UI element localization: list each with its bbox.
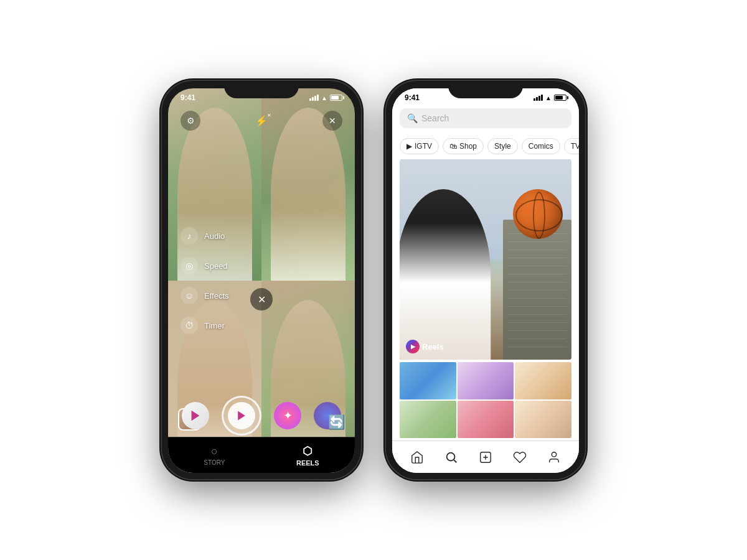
close-button[interactable]: ✕ bbox=[322, 111, 342, 131]
settings-button[interactable]: ⚙ bbox=[181, 111, 200, 131]
grid-thumb-4[interactable] bbox=[400, 401, 456, 438]
person-silhouette bbox=[400, 189, 491, 360]
flash-button[interactable]: ⚡ ✕ bbox=[255, 115, 268, 127]
signal-icon-right bbox=[533, 95, 543, 101]
grid-thumb-1[interactable] bbox=[400, 362, 456, 399]
filter-tabs: ▶ IGTV 🛍 Shop Style Comics TV & Movie bbox=[392, 133, 579, 159]
search-input-wrap[interactable]: 🔍 Search bbox=[400, 108, 571, 128]
shop-chip[interactable]: 🛍 Shop bbox=[443, 138, 484, 154]
search-nav-button[interactable] bbox=[440, 446, 463, 469]
flash-icon: ⚡ bbox=[255, 116, 268, 126]
capture-button[interactable] bbox=[222, 396, 261, 436]
signal-icon bbox=[309, 95, 319, 101]
basketball bbox=[513, 189, 563, 239]
time-right: 9:41 bbox=[405, 93, 420, 102]
add-nav-button[interactable] bbox=[474, 446, 497, 469]
igtv-label: IGTV bbox=[415, 142, 432, 151]
explore-screen: 9:41 ▲ 🔍 Se bbox=[392, 88, 579, 473]
timer-menu-item[interactable]: ⏱ Timer bbox=[181, 317, 229, 334]
timer-label: Timer bbox=[204, 321, 225, 330]
status-icons-right: ▲ bbox=[533, 95, 566, 101]
search-placeholder: Search bbox=[421, 113, 449, 123]
home-nav-button[interactable] bbox=[406, 446, 428, 469]
story-label: STORY bbox=[204, 459, 225, 466]
flash-x-icon: ✕ bbox=[267, 113, 271, 118]
gear-icon: ⚙ bbox=[187, 116, 195, 126]
left-phone: 9:41 ▲ ⚙ ⚡ ✕ bbox=[162, 81, 361, 479]
grid-thumb-2[interactable] bbox=[458, 362, 514, 399]
speed-icon: ◎ bbox=[181, 257, 198, 274]
status-icons-left: ▲ bbox=[309, 95, 342, 101]
close-icon: ✕ bbox=[329, 116, 336, 126]
tv-movies-label: TV & Movie bbox=[571, 142, 579, 151]
bottom-nav-bar bbox=[392, 441, 579, 473]
igtv-chip[interactable]: ▶ IGTV bbox=[400, 138, 439, 154]
svg-line-3 bbox=[454, 460, 456, 462]
effects-icon: ☺ bbox=[181, 287, 198, 304]
story-icon: ○ bbox=[211, 445, 218, 458]
comics-chip[interactable]: Comics bbox=[522, 138, 560, 154]
story-tab[interactable]: ○ STORY bbox=[204, 445, 225, 466]
reels-side-menu: ♪ Audio ◎ Speed ☺ Effects ⏱ Timer bbox=[181, 227, 229, 334]
reels-top-bar: ⚙ ⚡ ✕ ✕ bbox=[168, 106, 355, 136]
battery-icon bbox=[330, 95, 342, 101]
igtv-icon: ▶ bbox=[406, 142, 412, 151]
hero-background bbox=[400, 159, 571, 360]
heart-nav-button[interactable] bbox=[509, 446, 531, 469]
speed-label: Speed bbox=[204, 261, 228, 271]
flip-icon: 🔄 bbox=[328, 414, 345, 430]
svg-point-2 bbox=[446, 452, 454, 460]
x-icon: ✕ bbox=[258, 294, 266, 306]
reels-badge-icon: ▶ bbox=[406, 340, 420, 353]
speed-menu-item[interactable]: ◎ Speed bbox=[181, 257, 229, 274]
comics-label: Comics bbox=[529, 142, 553, 151]
reels-capture-bar: ✦ bbox=[168, 396, 355, 436]
status-bar-right: 9:41 ▲ bbox=[392, 88, 579, 105]
left-phone-screen: 9:41 ▲ ⚙ ⚡ ✕ bbox=[168, 88, 355, 473]
cancel-effect-button[interactable]: ✕ bbox=[250, 288, 273, 310]
svg-marker-0 bbox=[192, 411, 200, 421]
reels-hero-badge: ▶ Reels bbox=[406, 340, 444, 353]
reels-tab[interactable]: ⬡ REELS bbox=[296, 444, 319, 467]
audio-menu-item[interactable]: ♪ Audio bbox=[181, 227, 229, 245]
right-phone-screen: 9:41 ▲ 🔍 Se bbox=[392, 88, 579, 473]
tv-movies-chip[interactable]: TV & Movie bbox=[564, 138, 579, 154]
svg-point-7 bbox=[552, 452, 557, 456]
effects-menu-item[interactable]: ☺ Effects bbox=[181, 287, 229, 304]
effect-pink-button[interactable]: ✦ bbox=[274, 402, 301, 429]
search-icon: 🔍 bbox=[407, 113, 418, 123]
profile-nav-button[interactable] bbox=[543, 446, 565, 469]
grid-thumb-3[interactable] bbox=[515, 362, 571, 399]
timer-icon: ⏱ bbox=[181, 317, 198, 334]
reels-tab-icon: ⬡ bbox=[303, 444, 312, 458]
style-label: Style bbox=[494, 142, 511, 151]
right-phone: 9:41 ▲ 🔍 Se bbox=[386, 81, 585, 479]
battery-icon-right bbox=[554, 95, 566, 101]
thumbnail-grid bbox=[400, 362, 571, 438]
status-bar-left: 9:41 ▲ bbox=[168, 88, 355, 105]
svg-marker-1 bbox=[238, 411, 245, 421]
hero-image: ▶ Reels bbox=[400, 159, 571, 360]
effects-label: Effects bbox=[204, 291, 229, 301]
grid-thumb-5[interactable] bbox=[458, 401, 514, 438]
capture-inner-circle bbox=[228, 402, 255, 429]
grid-thumb-6[interactable] bbox=[515, 401, 571, 438]
flip-camera-button[interactable]: 🔄 bbox=[328, 414, 345, 431]
reels-badge-label: Reels bbox=[422, 342, 444, 352]
time-left: 9:41 bbox=[181, 93, 195, 102]
wifi-icon-right: ▲ bbox=[545, 95, 552, 101]
wifi-icon: ▲ bbox=[321, 95, 327, 101]
reels-logo-button[interactable] bbox=[182, 402, 209, 429]
reels-label-tab: REELS bbox=[296, 459, 319, 467]
camera-mode-tabs: ○ STORY ⬡ REELS bbox=[168, 437, 355, 473]
style-chip[interactable]: Style bbox=[487, 138, 518, 154]
audio-label: Audio bbox=[204, 231, 225, 241]
shop-icon: 🛍 bbox=[449, 142, 457, 151]
hero-building bbox=[503, 220, 571, 360]
audio-icon: ♪ bbox=[181, 227, 198, 245]
shop-label: Shop bbox=[459, 142, 477, 151]
